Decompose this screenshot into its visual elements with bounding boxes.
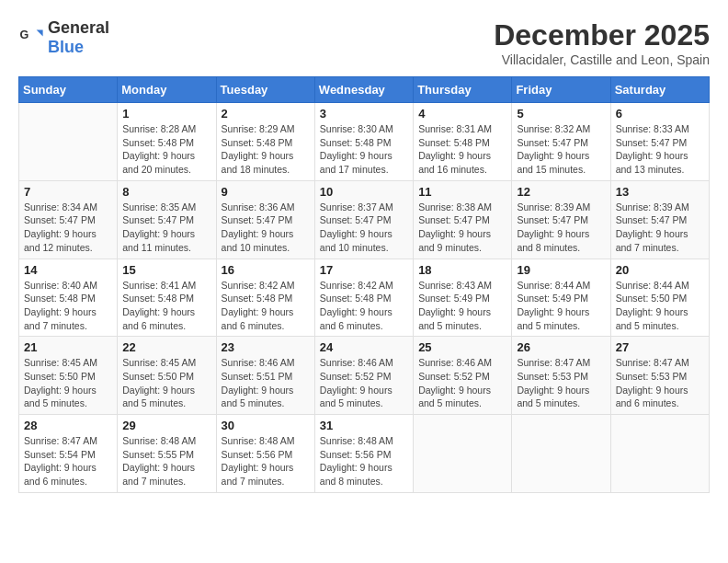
day-number: 25 (418, 340, 506, 354)
calendar-cell: 18Sunrise: 8:43 AMSunset: 5:49 PMDayligh… (414, 259, 512, 337)
calendar-cell: 13Sunrise: 8:39 AMSunset: 5:47 PMDayligh… (610, 180, 709, 259)
logo-icon: G (18, 25, 44, 51)
header-wednesday: Wednesday (314, 77, 413, 103)
calendar-cell: 7Sunrise: 8:34 AMSunset: 5:47 PMDaylight… (19, 180, 118, 259)
day-number: 20 (616, 263, 704, 277)
day-number: 31 (320, 419, 408, 432)
calendar-cell: 6Sunrise: 8:33 AMSunset: 5:47 PMDaylight… (610, 103, 709, 181)
day-number: 3 (320, 107, 408, 121)
day-info: Sunrise: 8:39 AMSunset: 5:47 PMDaylight:… (616, 201, 704, 255)
day-info: Sunrise: 8:46 AMSunset: 5:52 PMDaylight:… (320, 356, 408, 410)
day-info: Sunrise: 8:28 AMSunset: 5:48 PMDaylight:… (122, 122, 210, 177)
calendar-cell: 15Sunrise: 8:41 AMSunset: 5:48 PMDayligh… (118, 259, 216, 337)
day-number: 1 (122, 107, 210, 121)
calendar-cell: 20Sunrise: 8:44 AMSunset: 5:50 PMDayligh… (610, 259, 709, 337)
calendar-cell: 26Sunrise: 8:47 AMSunset: 5:53 PMDayligh… (512, 337, 610, 415)
calendar-cell: 17Sunrise: 8:42 AMSunset: 5:48 PMDayligh… (314, 259, 413, 337)
day-info: Sunrise: 8:38 AMSunset: 5:47 PMDaylight:… (418, 201, 506, 255)
svg-text:G: G (19, 29, 28, 41)
calendar-cell: 27Sunrise: 8:47 AMSunset: 5:53 PMDayligh… (610, 337, 709, 415)
day-info: Sunrise: 8:41 AMSunset: 5:48 PMDaylight:… (122, 279, 210, 333)
header-monday: Monday (118, 77, 216, 103)
logo: G General Blue (18, 18, 109, 57)
calendar-cell: 22Sunrise: 8:45 AMSunset: 5:50 PMDayligh… (118, 337, 216, 415)
day-number: 8 (122, 185, 210, 199)
day-number: 4 (418, 107, 506, 121)
day-info: Sunrise: 8:39 AMSunset: 5:47 PMDaylight:… (517, 201, 605, 255)
calendar-cell: 9Sunrise: 8:36 AMSunset: 5:47 PMDaylight… (216, 180, 314, 259)
calendar-week-row: 28Sunrise: 8:47 AMSunset: 5:54 PMDayligh… (19, 415, 710, 493)
day-info: Sunrise: 8:42 AMSunset: 5:48 PMDaylight:… (222, 279, 310, 333)
svg-marker-1 (37, 30, 43, 37)
day-number: 29 (122, 419, 210, 432)
location: Villacidaler, Castille and Leon, Spain (494, 52, 710, 67)
month-title: December 2025 (494, 18, 710, 52)
day-number: 13 (616, 185, 704, 199)
calendar-cell: 4Sunrise: 8:31 AMSunset: 5:48 PMDaylight… (414, 103, 512, 181)
day-number: 10 (320, 185, 408, 199)
day-number: 2 (222, 107, 310, 121)
day-number: 11 (418, 185, 506, 199)
header-sunday: Sunday (19, 77, 118, 103)
day-number: 21 (24, 340, 112, 354)
day-number: 28 (24, 419, 112, 432)
day-number: 15 (122, 263, 210, 277)
day-info: Sunrise: 8:45 AMSunset: 5:50 PMDaylight:… (122, 356, 210, 410)
calendar-cell: 11Sunrise: 8:38 AMSunset: 5:47 PMDayligh… (414, 180, 512, 259)
day-info: Sunrise: 8:46 AMSunset: 5:52 PMDaylight:… (418, 356, 506, 410)
calendar-cell (19, 103, 118, 181)
calendar-cell: 1Sunrise: 8:28 AMSunset: 5:48 PMDaylight… (118, 103, 216, 181)
day-number: 24 (320, 340, 408, 354)
calendar-cell: 16Sunrise: 8:42 AMSunset: 5:48 PMDayligh… (216, 259, 314, 337)
day-number: 12 (517, 185, 605, 199)
calendar-cell (610, 415, 709, 493)
header-friday: Friday (512, 77, 610, 103)
header-saturday: Saturday (610, 77, 709, 103)
day-number: 23 (222, 340, 310, 354)
calendar-cell: 3Sunrise: 8:30 AMSunset: 5:48 PMDaylight… (314, 103, 413, 181)
calendar-week-row: 21Sunrise: 8:45 AMSunset: 5:50 PMDayligh… (19, 337, 710, 415)
day-info: Sunrise: 8:48 AMSunset: 5:56 PMDaylight:… (320, 434, 408, 488)
calendar-header-row: SundayMondayTuesdayWednesdayThursdayFrid… (19, 77, 710, 103)
day-info: Sunrise: 8:32 AMSunset: 5:47 PMDaylight:… (517, 122, 605, 177)
day-number: 18 (418, 263, 506, 277)
calendar-cell: 5Sunrise: 8:32 AMSunset: 5:47 PMDaylight… (512, 103, 610, 181)
day-number: 9 (222, 185, 310, 199)
calendar-table: SundayMondayTuesdayWednesdayThursdayFrid… (18, 76, 710, 493)
day-info: Sunrise: 8:30 AMSunset: 5:48 PMDaylight:… (320, 122, 408, 177)
day-info: Sunrise: 8:35 AMSunset: 5:47 PMDaylight:… (122, 201, 210, 255)
calendar-cell: 31Sunrise: 8:48 AMSunset: 5:56 PMDayligh… (314, 415, 413, 493)
calendar-week-row: 14Sunrise: 8:40 AMSunset: 5:48 PMDayligh… (19, 259, 710, 337)
day-info: Sunrise: 8:48 AMSunset: 5:56 PMDaylight:… (222, 434, 310, 488)
day-number: 26 (517, 340, 605, 354)
day-info: Sunrise: 8:29 AMSunset: 5:48 PMDaylight:… (222, 122, 310, 177)
calendar-cell: 25Sunrise: 8:46 AMSunset: 5:52 PMDayligh… (414, 337, 512, 415)
day-number: 16 (222, 263, 310, 277)
title-block: December 2025 Villacidaler, Castille and… (494, 18, 710, 67)
calendar-cell: 14Sunrise: 8:40 AMSunset: 5:48 PMDayligh… (19, 259, 118, 337)
day-number: 7 (24, 185, 112, 199)
day-info: Sunrise: 8:46 AMSunset: 5:51 PMDaylight:… (222, 356, 310, 410)
day-number: 22 (122, 340, 210, 354)
calendar-cell: 29Sunrise: 8:48 AMSunset: 5:55 PMDayligh… (118, 415, 216, 493)
day-info: Sunrise: 8:42 AMSunset: 5:48 PMDaylight:… (320, 279, 408, 333)
day-info: Sunrise: 8:45 AMSunset: 5:50 PMDaylight:… (24, 356, 112, 410)
logo-general: General (48, 18, 109, 37)
day-info: Sunrise: 8:48 AMSunset: 5:55 PMDaylight:… (122, 434, 210, 488)
day-info: Sunrise: 8:34 AMSunset: 5:47 PMDaylight:… (24, 201, 112, 255)
day-number: 5 (517, 107, 605, 121)
calendar-cell (414, 415, 512, 493)
calendar-cell: 21Sunrise: 8:45 AMSunset: 5:50 PMDayligh… (19, 337, 118, 415)
calendar-week-row: 7Sunrise: 8:34 AMSunset: 5:47 PMDaylight… (19, 180, 710, 259)
day-info: Sunrise: 8:40 AMSunset: 5:48 PMDaylight:… (24, 279, 112, 333)
calendar-cell: 2Sunrise: 8:29 AMSunset: 5:48 PMDaylight… (216, 103, 314, 181)
day-info: Sunrise: 8:47 AMSunset: 5:54 PMDaylight:… (24, 434, 112, 488)
calendar-cell: 8Sunrise: 8:35 AMSunset: 5:47 PMDaylight… (118, 180, 216, 259)
calendar-cell: 12Sunrise: 8:39 AMSunset: 5:47 PMDayligh… (512, 180, 610, 259)
calendar-cell: 23Sunrise: 8:46 AMSunset: 5:51 PMDayligh… (216, 337, 314, 415)
day-number: 6 (616, 107, 704, 121)
logo-blue: Blue (48, 38, 84, 56)
day-info: Sunrise: 8:47 AMSunset: 5:53 PMDaylight:… (517, 356, 605, 410)
calendar-cell: 28Sunrise: 8:47 AMSunset: 5:54 PMDayligh… (19, 415, 118, 493)
calendar-cell (512, 415, 610, 493)
